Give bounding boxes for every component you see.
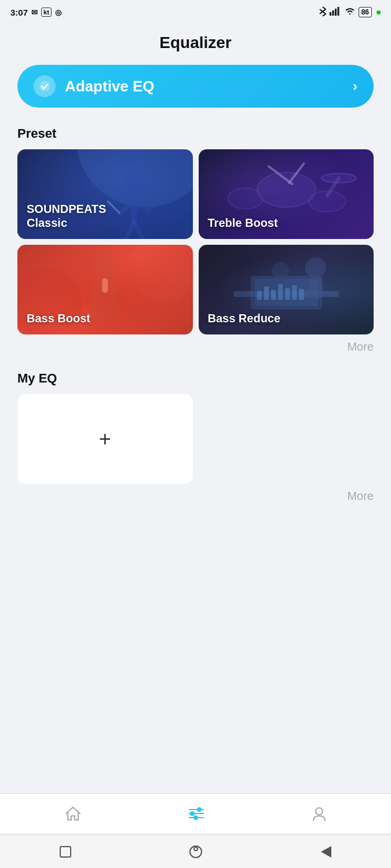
adaptive-eq-left: Adaptive EQ	[34, 75, 155, 97]
home-icon	[64, 806, 82, 822]
system-back-button[interactable]	[319, 844, 334, 859]
status-right-icons: 86	[319, 6, 381, 19]
preset-card-treble[interactable]: Treble Boost	[199, 149, 374, 239]
my-eq-section-label: My EQ	[17, 371, 374, 386]
system-circle-icon	[189, 845, 202, 858]
svg-rect-31	[257, 291, 261, 300]
preset-more-link[interactable]: More	[17, 340, 374, 354]
battery-level: 86	[361, 8, 369, 16]
page-title: Equalizer	[17, 34, 374, 52]
svg-point-39	[190, 811, 195, 816]
my-eq-more-link[interactable]: More	[17, 490, 374, 503]
system-nav	[0, 834, 391, 868]
gmail-icon: ✉	[31, 8, 38, 17]
preset-grid: SOUNDPEATSClassic Treble Boost	[17, 149, 374, 334]
status-bar: 3:07 ✉ kt ◎ 86	[0, 0, 391, 22]
svg-rect-37	[299, 289, 304, 300]
svg-rect-21	[102, 278, 108, 293]
svg-point-23	[134, 245, 193, 303]
adaptive-eq-label: Adaptive EQ	[65, 78, 155, 95]
profile-icon	[311, 806, 327, 822]
nav-item-equalizer[interactable]	[175, 802, 218, 825]
system-circle-inner-icon	[193, 847, 198, 851]
svg-line-12	[108, 201, 119, 213]
svg-point-14	[228, 188, 263, 209]
nav-item-home[interactable]	[53, 802, 93, 825]
svg-rect-34	[278, 284, 283, 300]
preset-label-bass-boost: Bass Boost	[27, 311, 90, 325]
bottom-nav	[0, 793, 391, 833]
kt-icon: kt	[41, 8, 52, 17]
svg-rect-2	[335, 9, 337, 16]
svg-point-41	[197, 807, 202, 812]
svg-rect-35	[285, 288, 290, 300]
check-icon	[34, 75, 56, 97]
svg-line-11	[134, 222, 143, 239]
svg-point-20	[92, 255, 118, 281]
add-eq-plus-icon: +	[99, 427, 111, 451]
time: 3:07	[10, 8, 28, 17]
add-eq-button[interactable]: +	[17, 394, 193, 484]
svg-point-43	[193, 815, 198, 820]
svg-rect-1	[332, 10, 334, 16]
preset-card-bass-reduce[interactable]: Bass Reduce	[199, 245, 374, 334]
svg-point-29	[272, 262, 289, 279]
main-content: Equalizer Adaptive EQ › Preset	[0, 22, 391, 532]
equalizer-icon	[187, 806, 206, 822]
preset-label-bass-reduce: Bass Reduce	[208, 311, 281, 325]
svg-rect-0	[330, 12, 331, 16]
preset-label-soundpeats: SOUNDPEATSClassic	[27, 202, 106, 230]
battery-dot	[377, 10, 381, 14]
preset-card-soundpeats[interactable]: SOUNDPEATSClassic	[17, 149, 193, 239]
adaptive-eq-arrow-icon: ›	[353, 78, 357, 94]
wifi-icon	[344, 7, 356, 18]
battery-indicator: 86	[359, 7, 372, 17]
svg-point-13	[257, 172, 315, 208]
signal-icon	[330, 6, 341, 18]
svg-rect-3	[337, 7, 339, 16]
system-square-button[interactable]	[58, 844, 73, 859]
system-back-icon	[321, 846, 331, 858]
preset-card-bass-boost[interactable]: Bass Boost	[17, 245, 193, 334]
svg-point-6	[124, 170, 145, 193]
system-square-icon	[60, 846, 71, 858]
svg-rect-33	[271, 290, 276, 300]
svg-point-4	[39, 81, 50, 91]
nav-item-profile[interactable]	[299, 802, 339, 825]
lastfm-icon: ◎	[55, 8, 61, 17]
adaptive-eq-button[interactable]: Adaptive EQ ›	[17, 65, 374, 108]
svg-point-27	[305, 258, 326, 278]
svg-rect-36	[292, 285, 297, 300]
system-home-button[interactable]	[188, 844, 203, 859]
preset-label-treble: Treble Boost	[208, 216, 278, 230]
svg-point-44	[316, 808, 323, 815]
my-eq-grid: +	[17, 394, 374, 484]
preset-section-label: Preset	[17, 126, 374, 141]
bluetooth-icon	[319, 6, 327, 19]
status-left: 3:07 ✉ kt ◎	[10, 8, 61, 17]
svg-rect-32	[264, 286, 268, 300]
svg-rect-28	[308, 278, 322, 299]
